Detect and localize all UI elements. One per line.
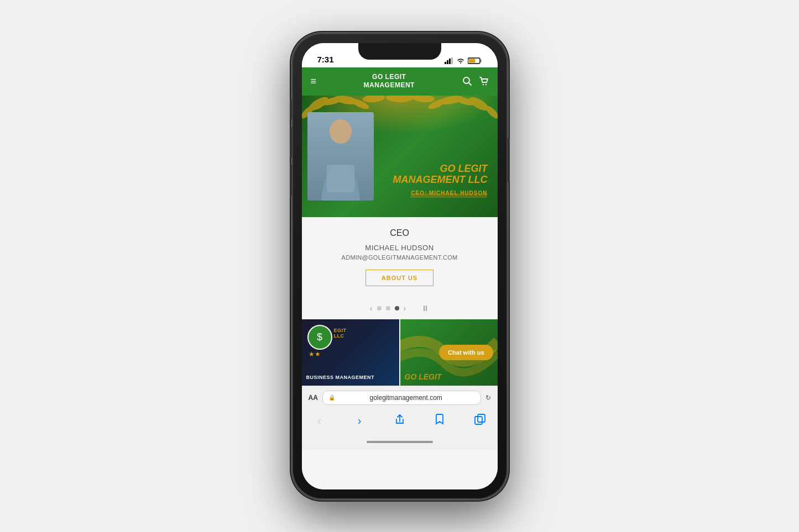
card-left-logo: $ [307, 325, 332, 350]
svg-line-8 [468, 83, 471, 86]
svg-rect-6 [468, 59, 475, 62]
card-left-company-partial: EGITLLC [334, 328, 347, 339]
notch [358, 43, 441, 60]
carousel-nav: ‹ › ⏸ [302, 297, 498, 319]
browser-url-bar[interactable]: 🔒 golegitmanagement.com [322, 391, 481, 405]
battery-icon [468, 57, 482, 64]
home-indicator [302, 434, 498, 450]
star-icon: ★★ [309, 348, 325, 359]
power-button [508, 138, 510, 182]
nav-title: GO LEGIT MANAGEMENT [364, 73, 415, 90]
svg-rect-28 [475, 417, 482, 424]
svg-point-9 [482, 84, 483, 85]
lock-icon: 🔒 [328, 394, 335, 401]
svg-rect-3 [451, 57, 453, 64]
hamburger-menu-icon[interactable]: ≡ [311, 76, 317, 87]
carousel-dot-3[interactable] [395, 306, 399, 310]
svg-text:★★: ★★ [309, 350, 321, 358]
status-icons [445, 57, 482, 64]
carousel-pause-icon[interactable]: ⏸ [421, 304, 429, 313]
safari-toolbar: ‹ › [302, 409, 498, 434]
svg-rect-2 [449, 59, 451, 64]
about-us-button[interactable]: ABOUT US [365, 270, 434, 286]
carousel-next-arrow[interactable]: › [404, 304, 406, 313]
tabs-icon [474, 414, 485, 425]
browser-url-text: golegitmanagement.com [337, 394, 475, 402]
browser-tabs-button[interactable] [471, 414, 489, 428]
hero-company-name: GO LEGIT MANAGEMENT LLC [378, 164, 488, 186]
volume-silent-button [290, 99, 292, 119]
bottom-cards: $ ★★ EGITLLC BUSINESS MANAGEMENT [302, 319, 498, 386]
signal-icon [445, 57, 453, 64]
phone-screen: 7:31 [302, 43, 498, 489]
carousel-dot-2[interactable] [386, 306, 390, 310]
hero-banner: GO LEGIT MANAGEMENT LLC CEO: MICHAEL HUD… [302, 96, 498, 217]
svg-point-10 [485, 84, 486, 85]
hero-text-area: GO LEGIT MANAGEMENT LLC CEO: MICHAEL HUD… [374, 164, 492, 201]
browser-bookmarks-button[interactable] [431, 414, 448, 428]
carousel-prev-arrow[interactable]: ‹ [370, 304, 373, 313]
phone-mockup: 7:31 [292, 33, 508, 499]
person-silhouette [307, 112, 374, 201]
card-left-business-text: BUSINESS MANAGEMENT [306, 375, 395, 381]
card-right[interactable]: GO LEGIT Chat with us [400, 319, 498, 386]
svg-rect-29 [478, 414, 485, 422]
nav-icons [462, 76, 489, 86]
wifi-icon [456, 57, 465, 64]
card-left-business-label: BUSINESS MANAGEMENT [306, 375, 395, 381]
svg-rect-26 [327, 165, 354, 192]
chat-with-us-button[interactable]: Chat with us [439, 345, 493, 360]
profile-section: CEO MICHAEL HUDSON ADMIN@GOLEGITMANAGEME… [302, 217, 498, 297]
browser-share-button[interactable] [391, 414, 409, 428]
nav-bar: ≡ GO LEGIT MANAGEMENT [302, 67, 498, 96]
share-icon [394, 414, 405, 425]
svg-rect-5 [480, 60, 482, 62]
search-icon[interactable] [462, 76, 472, 86]
profile-email: ADMIN@GOLEGITMANAGEMENT.COM [311, 254, 489, 261]
volume-down-button [290, 165, 292, 196]
browser-aa-label[interactable]: AA [309, 394, 318, 402]
svg-point-25 [330, 119, 352, 144]
profile-role: CEO [311, 228, 489, 238]
cart-icon[interactable] [479, 76, 489, 86]
hero-ceo-label: CEO: MICHAEL HUDSON [411, 190, 487, 196]
screen-content[interactable]: ≡ GO LEGIT MANAGEMENT [302, 67, 498, 489]
nav-title-line1: GO LEGIT [364, 73, 415, 82]
browser-back-button[interactable]: ‹ [311, 414, 328, 427]
home-bar [367, 441, 433, 443]
card-left[interactable]: $ ★★ EGITLLC BUSINESS MANAGEMENT [302, 319, 399, 386]
svg-rect-0 [445, 62, 446, 64]
browser-forward-button[interactable]: › [351, 414, 368, 427]
reload-icon[interactable]: ↻ [485, 394, 491, 402]
card-right-watermark: GO LEGIT [405, 372, 442, 381]
dollar-icon: $ [317, 331, 322, 343]
status-time: 7:31 [317, 55, 334, 64]
carousel-dot-1[interactable] [377, 306, 382, 310]
browser-bar: AA 🔒 golegitmanagement.com ↻ [302, 386, 498, 409]
bookmarks-icon [434, 414, 445, 425]
hero-content: GO LEGIT MANAGEMENT LLC CEO: MICHAEL HUD… [302, 96, 498, 206]
svg-rect-1 [447, 60, 448, 64]
volume-up-button [290, 127, 292, 158]
hero-person-image [307, 112, 374, 201]
profile-name: MICHAEL HUDSON [311, 244, 489, 252]
nav-title-line2: MANAGEMENT [364, 81, 415, 90]
